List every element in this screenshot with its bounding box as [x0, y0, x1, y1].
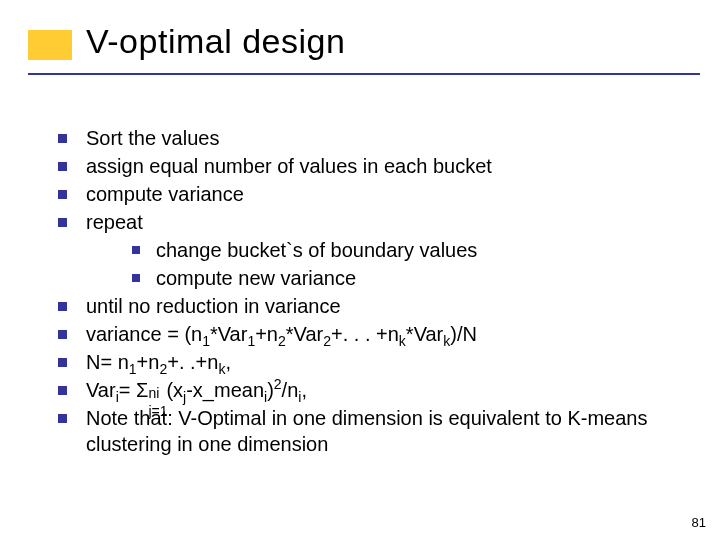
superscript: 2: [274, 376, 282, 392]
slide: V-optimal design Sort the values assign …: [0, 0, 720, 540]
slide-title: V-optimal design: [86, 22, 700, 61]
bullet-text: until no reduction in variance: [86, 295, 341, 317]
bullet-item: repeat change bucket`s of boundary value…: [52, 209, 690, 291]
text: +. . . +n: [331, 323, 399, 345]
text: (x: [166, 379, 183, 401]
sub-bullet-item: compute new variance: [126, 265, 690, 291]
text: *Var: [286, 323, 323, 345]
bullet-item: Sort the values: [52, 125, 690, 151]
subscript: 2: [278, 333, 286, 349]
sub-bullet-item: change bucket`s of boundary values: [126, 237, 690, 263]
subscript: 1: [129, 361, 137, 377]
text: +n: [137, 351, 160, 373]
bullet-item: assign equal number of values in each bu…: [52, 153, 690, 179]
bullet-text: compute variance: [86, 183, 244, 205]
title-underline: [28, 73, 700, 75]
text: /n: [282, 379, 299, 401]
sub-bullet-list: change bucket`s of boundary values compu…: [86, 237, 690, 291]
page-number: 81: [692, 515, 706, 530]
subscript: 2: [323, 333, 331, 349]
sub-bullet-text: change bucket`s of boundary values: [156, 239, 477, 261]
bullet-item-vari-formula: Vari= Σnij=1(xj-x_meani)2/ni,: [52, 377, 690, 403]
bullet-list: Sort the values assign equal number of v…: [52, 125, 690, 457]
text: -x_mean: [186, 379, 264, 401]
bullet-item-variance-formula: variance = (n1*Var1+n2*Var2+. . . +nk*Va…: [52, 321, 690, 347]
text: *Var: [210, 323, 247, 345]
text: ): [267, 379, 274, 401]
text: +n: [255, 323, 278, 345]
accent-square: [28, 30, 72, 60]
text: =: [119, 379, 136, 401]
sigma-symbol: Σ: [136, 379, 148, 401]
text: )/N: [450, 323, 477, 345]
text: ,: [301, 379, 307, 401]
text: variance = (n: [86, 323, 202, 345]
text: Var: [86, 379, 116, 401]
superscript: ni: [148, 384, 159, 402]
bullet-item: until no reduction in variance: [52, 293, 690, 319]
text: ,: [225, 351, 231, 373]
slide-header: V-optimal design: [28, 22, 700, 61]
bullet-text: repeat: [86, 211, 143, 233]
bullet-text: Note that: V-Optimal in one dimension is…: [86, 407, 647, 455]
bullet-item: compute variance: [52, 181, 690, 207]
bullet-text: Sort the values: [86, 127, 219, 149]
bullet-item-note: Note that: V-Optimal in one dimension is…: [52, 405, 690, 457]
text: N= n: [86, 351, 129, 373]
text: +. .+n: [167, 351, 218, 373]
text: *Var: [406, 323, 443, 345]
subscript: 1: [202, 333, 210, 349]
bullet-text: assign equal number of values in each bu…: [86, 155, 492, 177]
bullet-item-n-formula: N= n1+n2+. .+nk,: [52, 349, 690, 375]
subscript: k: [399, 333, 406, 349]
sub-bullet-text: compute new variance: [156, 267, 356, 289]
slide-body: Sort the values assign equal number of v…: [52, 125, 690, 459]
